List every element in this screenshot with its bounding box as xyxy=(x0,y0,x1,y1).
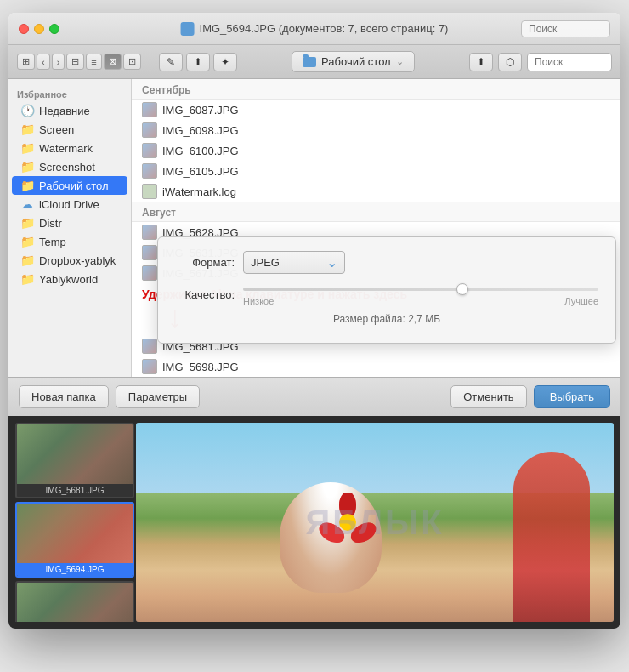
main-window: IMG_5694.JPG (документов: 7, всего стран… xyxy=(8,13,620,629)
location-pill[interactable]: Рабочий стол ⌄ xyxy=(292,51,415,72)
view-btn-back[interactable]: ‹ xyxy=(37,54,50,70)
file-thumb xyxy=(142,359,157,374)
action-buttons: ✎ ⬆ ✦ xyxy=(159,53,237,71)
view-btn-cover[interactable]: ⊡ xyxy=(123,54,141,70)
sidebar-item-desktop[interactable]: 📁 Рабочий стол xyxy=(12,176,128,195)
distr-icon: 📁 xyxy=(20,216,34,230)
list-item[interactable]: IMG_5698.JPG xyxy=(132,356,620,377)
temp-icon: 📁 xyxy=(20,235,34,248)
sidebar-item-recents[interactable]: 🕐 Недавние xyxy=(12,101,128,120)
recents-icon: 🕐 xyxy=(20,104,34,117)
content-area: Избранное 🕐 Недавние 📁 Screen 📁 Watermar… xyxy=(8,79,620,377)
view-btn-columns[interactable]: ⊞ xyxy=(17,54,35,70)
quality-slider-track[interactable] xyxy=(243,288,598,291)
list-item[interactable]: IMG_6087.JPG xyxy=(132,100,620,120)
document-icon xyxy=(181,22,195,36)
file-thumb xyxy=(142,102,157,117)
sidebar-item-dropbox[interactable]: 📁 Dropbox-yablyk xyxy=(12,251,128,270)
sidebar-item-label: Temp xyxy=(39,236,66,248)
quality-row: Качество: Низкое Лучшее xyxy=(175,282,598,306)
quality-label: Качество: xyxy=(175,288,235,301)
flower xyxy=(318,493,377,552)
view-btn-grid[interactable]: ⊟ xyxy=(66,54,84,70)
quality-slider-container: Низкое Лучшее xyxy=(243,282,598,306)
thumbnail-item-selected[interactable]: IMG_5694.JPG xyxy=(15,502,134,578)
format-dialog: Формат: JPEG ⌄ Качество: Низкое xyxy=(157,236,616,344)
title-search-input[interactable] xyxy=(521,20,610,37)
list-item[interactable]: iWatermark.log xyxy=(132,181,620,202)
format-label: Формат: xyxy=(175,256,235,269)
tag-button[interactable]: ⬡ xyxy=(498,53,522,71)
sidebar-item-screen[interactable]: 📁 Screen xyxy=(12,120,128,139)
maximize-button[interactable] xyxy=(49,24,60,34)
button-bar: Новая папка Параметры Отменить Выбрать xyxy=(8,377,620,416)
sidebar-item-label: Screenshot xyxy=(39,161,95,174)
thumbnail-image xyxy=(17,424,133,484)
icloud-icon: ☁ xyxy=(20,197,34,211)
window-title: IMG_5694.JPG (документов: 7, всего стран… xyxy=(181,22,449,36)
view-btn-columns2[interactable]: ⊠ xyxy=(104,54,122,70)
file-thumb xyxy=(142,265,157,281)
sidebar-item-label: Недавние xyxy=(39,105,90,117)
view-btn-list[interactable]: ≡ xyxy=(86,54,101,70)
quality-slider-thumb[interactable] xyxy=(456,283,468,295)
quality-min-label: Низкое xyxy=(243,296,274,306)
format-select[interactable]: JPEG ⌄ xyxy=(243,251,345,274)
separator-1 xyxy=(150,54,150,71)
sidebar-item-icloud[interactable]: ☁ iCloud Drive xyxy=(12,195,128,214)
screenshot-icon: 📁 xyxy=(20,160,34,174)
dropdown-arrow: ⌄ xyxy=(396,56,404,67)
thumbnail-label-selected: IMG_5694.JPG xyxy=(17,563,133,576)
traffic-lights xyxy=(19,24,60,34)
main-preview: ЯБЛЫК xyxy=(136,423,614,622)
params-button[interactable]: Параметры xyxy=(116,385,200,408)
action-btn-3[interactable]: ✦ xyxy=(213,53,237,71)
search-input[interactable] xyxy=(527,53,612,71)
thumbnail-item[interactable]: IMG_5681.JPG xyxy=(15,423,134,498)
thumbnail-image xyxy=(17,504,133,563)
sidebar-item-label: Рабочий стол xyxy=(39,179,109,192)
action-btn-2[interactable]: ⬆ xyxy=(186,53,210,71)
sidebar-item-label: Distr xyxy=(39,217,62,230)
title-bar-search[interactable] xyxy=(521,20,610,37)
new-folder-button[interactable]: Новая папка xyxy=(19,385,109,408)
choose-button[interactable]: Выбрать xyxy=(534,385,610,408)
sidebar-item-watermark[interactable]: 📁 Watermark xyxy=(12,139,128,157)
sidebar-item-label: Yablykworld xyxy=(39,273,98,286)
list-item[interactable]: IMG_6098.JPG xyxy=(132,120,620,140)
format-value: JPEG xyxy=(251,256,280,269)
september-header: Сентябрь xyxy=(132,79,620,100)
cancel-button[interactable]: Отменить xyxy=(450,385,526,408)
file-thumb xyxy=(142,339,157,354)
share-button[interactable]: ⬆ xyxy=(469,53,493,71)
file-thumb xyxy=(142,143,157,158)
file-thumb xyxy=(142,225,157,240)
format-row: Формат: JPEG ⌄ xyxy=(175,251,598,274)
sidebar-item-distr[interactable]: 📁 Distr xyxy=(12,214,128,232)
sidebar-item-temp[interactable]: 📁 Temp xyxy=(12,232,128,251)
sidebar-item-screenshot[interactable]: 📁 Screenshot xyxy=(12,157,128,176)
sidebar-item-label: Watermark xyxy=(39,142,93,155)
file-size-row: Размер файла: 2,7 МБ xyxy=(175,313,598,325)
desktop-icon: 📁 xyxy=(20,179,34,192)
screen-icon: 📁 xyxy=(20,122,34,136)
close-button[interactable] xyxy=(19,24,29,34)
toolbar: ⊞ ‹ › ⊟ ≡ ⊠ ⊡ ✎ ⬆ ✦ Рабочий стол ⌄ ⬆ ⬡ xyxy=(8,45,620,79)
sidebar-item-yablyk[interactable]: 📁 Yablykworld xyxy=(12,270,128,288)
main-content: Сентябрь IMG_6087.JPG IMG_6098.JPG IMG_6… xyxy=(132,79,620,377)
list-item[interactable]: IMG_6105.JPG xyxy=(132,161,620,181)
action-btn-1[interactable]: ✎ xyxy=(159,53,183,71)
location-bar[interactable]: Рабочий стол ⌄ xyxy=(244,51,462,72)
watermark-icon: 📁 xyxy=(20,141,34,155)
view-btn-forward[interactable]: › xyxy=(52,54,65,70)
quality-max-label: Лучшее xyxy=(564,296,598,306)
dropbox-icon: 📁 xyxy=(20,253,34,267)
file-thumb xyxy=(142,245,157,260)
slider-labels: Низкое Лучшее xyxy=(243,296,598,306)
minimize-button[interactable] xyxy=(34,24,44,34)
list-item[interactable]: IMG_6100.JPG xyxy=(132,140,620,161)
thumbnail-item-3[interactable]: IMG_5681.JPG xyxy=(15,581,134,622)
august-header: Август xyxy=(132,202,620,222)
thumbnail-image xyxy=(17,583,133,622)
svg-point-6 xyxy=(339,514,356,531)
